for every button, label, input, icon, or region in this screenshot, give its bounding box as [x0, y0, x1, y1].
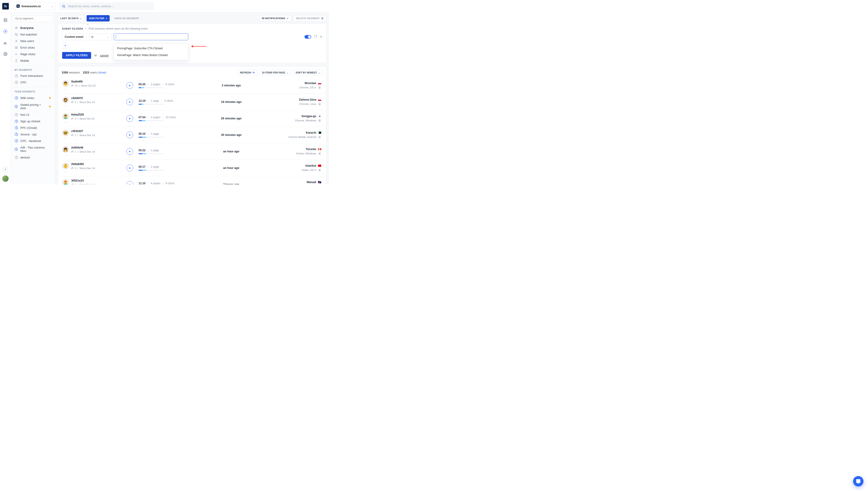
- user-id: fba9e9f0: [71, 80, 96, 83]
- goto-segment-input[interactable]: [13, 15, 53, 22]
- activity-bar: [139, 120, 163, 121]
- play-button[interactable]: [126, 165, 133, 171]
- help-icon[interactable]: ?: [3, 167, 8, 172]
- favorite-star-icon[interactable]: ☆: [64, 88, 67, 91]
- sidebar-item-label: Not LS: [20, 113, 29, 116]
- phone-icon: [14, 59, 18, 62]
- rail-dashboard-icon[interactable]: [2, 17, 9, 24]
- filter-value-input[interactable]: [114, 33, 188, 40]
- pie-icon: [14, 105, 18, 108]
- user-avatar[interactable]: [2, 175, 8, 182]
- filter-type-select[interactable]: Custom event: [62, 33, 87, 40]
- filter-toggle[interactable]: [304, 35, 311, 39]
- session-row[interactable]: 👶☆2b9a8492⇄ 1 | Since Dec 1400:17|1 page…: [62, 160, 323, 176]
- list-header: 3358 sessions 2223 users (show) REFRESH⟳…: [62, 69, 323, 76]
- svg-marker-38: [129, 183, 130, 184]
- sidebar-item[interactable]: Source - cpc: [13, 131, 53, 138]
- sidebar-item[interactable]: Error clicks: [13, 44, 53, 51]
- apply-filters-button[interactable]: APPLY FILTERS: [62, 52, 91, 59]
- flag-icon: [318, 115, 321, 117]
- sidebar-item[interactable]: devtool: [13, 154, 53, 161]
- time-ago: 2 hours ago: [206, 183, 256, 184]
- sidebar-item[interactable]: Everyone: [13, 25, 53, 31]
- star-icon: ★: [49, 96, 51, 100]
- play-button[interactable]: [126, 82, 133, 89]
- session-row[interactable]: 👧☆2d45fe46⇄ 1 | Since Dec 1400:22|1 page…: [62, 143, 323, 160]
- app-logo: ls: [2, 3, 9, 9]
- sidebar-item[interactable]: Rage clicks: [13, 51, 53, 57]
- rail-analytics-icon[interactable]: [2, 39, 9, 46]
- sidebar-item[interactable]: A/B - Two columns hero: [13, 144, 53, 154]
- cancel-link[interactable]: cancel: [100, 54, 109, 57]
- filter-condition-select[interactable]: is⌄: [89, 33, 112, 40]
- global-search[interactable]: [59, 2, 154, 10]
- sidebar-item[interactable]: Sign up clicked: [13, 118, 53, 124]
- add-condition-button[interactable]: +: [62, 42, 68, 49]
- favorite-star-icon[interactable]: ☆: [64, 121, 67, 124]
- session-row[interactable]: 🧔☆c82dbf1f⇄ 1 | Since Dec 1412:19|1 page…: [62, 94, 323, 110]
- rail-sessions-icon[interactable]: [2, 28, 9, 35]
- sidebar-item-label: A/B - Two columns hero: [20, 146, 51, 152]
- sidebar-item[interactable]: Not watched: [13, 31, 53, 38]
- environment: Chrome, OS X: [299, 86, 316, 89]
- activity-bar: [139, 137, 163, 138]
- session-row[interactable]: 👨‍🦰☆30521e23⇄ 1 | Since Dec 1411:10|4 pa…: [62, 176, 323, 184]
- user-avatar-icon: 👧: [62, 146, 69, 153]
- pie-icon: [14, 96, 18, 100]
- favorite-star-icon[interactable]: ☆: [64, 154, 67, 157]
- sidebar-item[interactable]: With clicks★: [13, 94, 53, 102]
- dropdown-option[interactable]: HomePage: Watch Video Button Clicked: [114, 52, 188, 59]
- sidebar-item-label: Error clicks: [20, 46, 35, 49]
- user-id: 6eba2525: [71, 113, 94, 116]
- search-input[interactable]: [68, 4, 151, 8]
- favorite-star-icon[interactable]: ☆: [64, 170, 67, 173]
- flag-icon: [318, 82, 321, 84]
- main-content: LAST 30 DAYS⌄ ADD FILTER+ SAVE AS SEGMEN…: [55, 12, 329, 184]
- svg-marker-34: [129, 118, 130, 119]
- dropdown-option[interactable]: PricingPage: Subscribe CTA Clicked: [114, 45, 188, 52]
- sidebar-item[interactable]: CPC - facebook: [13, 138, 53, 144]
- sidebar-item[interactable]: PPC (Gmail): [13, 124, 53, 131]
- sidebar-item[interactable]: New users: [13, 38, 53, 44]
- in-notifications-button[interactable]: IN NOTIFICATIONS✓: [259, 15, 291, 22]
- sort-select[interactable]: SORT BY NEWEST⌄: [293, 69, 323, 76]
- show-users-link[interactable]: show: [98, 71, 105, 74]
- rail-settings-icon[interactable]: [2, 50, 9, 58]
- play-button[interactable]: [126, 148, 133, 155]
- session-row[interactable]: 🤓☆cf032d27⇄ 1 | Since Dec 1400:10|1 page…: [62, 127, 323, 143]
- user-id: 30521e23: [71, 179, 95, 182]
- favorite-star-icon[interactable]: ☆: [64, 137, 67, 140]
- svg-marker-35: [129, 134, 130, 136]
- session-row[interactable]: 👨‍🦱☆6eba2525⇄ 2 | Since Oct 1507:54|2 pa…: [62, 110, 323, 127]
- sidebar-item-label: Not watched: [20, 33, 37, 36]
- pie-icon: [14, 126, 18, 129]
- site-selector[interactable]: ls livesession.io ⌄: [14, 2, 56, 10]
- play-button[interactable]: [126, 181, 133, 184]
- close-icon[interactable]: ✕: [320, 35, 323, 39]
- add-filter-button[interactable]: ADD FILTER+: [87, 15, 110, 22]
- sidebar-item[interactable]: Visited pricing + click★: [13, 102, 53, 111]
- sidebar-item[interactable]: Form interactions: [13, 73, 53, 79]
- svg-point-12: [16, 27, 16, 28]
- delete-segment-button[interactable]: DELETE SEGMENT🗑: [294, 15, 326, 22]
- sidebar-item[interactable]: Not LS: [13, 111, 53, 118]
- play-button[interactable]: [126, 115, 133, 122]
- callout-arrow-icon: [191, 45, 206, 48]
- pie-icon: [14, 74, 18, 78]
- date-range-button[interactable]: LAST 30 DAYS⌄: [58, 15, 84, 22]
- favorite-star-icon[interactable]: ☆: [64, 104, 67, 107]
- per-page-select[interactable]: 10 ITEMS PER PAGE⌄: [260, 69, 291, 76]
- sidebar-item[interactable]: Mobile: [13, 57, 53, 64]
- play-button[interactable]: [126, 132, 133, 138]
- refresh-button[interactable]: REFRESH⟳: [237, 69, 257, 76]
- play-button[interactable]: [126, 98, 133, 105]
- copy-icon[interactable]: ❐: [314, 35, 317, 39]
- sidebar-item[interactable]: CPC: [13, 79, 53, 86]
- user-meta: ⇄ 1 | Since Dec 14: [71, 150, 95, 153]
- session-row[interactable]: 👨☆fba9e9f0⇄ 72 | Since Oct 2200:20|2 pag…: [62, 77, 323, 94]
- city: Walsall: [306, 181, 316, 184]
- pie-icon: [14, 81, 18, 84]
- flag-icon: [318, 132, 321, 134]
- user-meta: ⇄ 72 | Since Oct 22: [71, 84, 96, 87]
- eye-off-icon: [14, 33, 18, 36]
